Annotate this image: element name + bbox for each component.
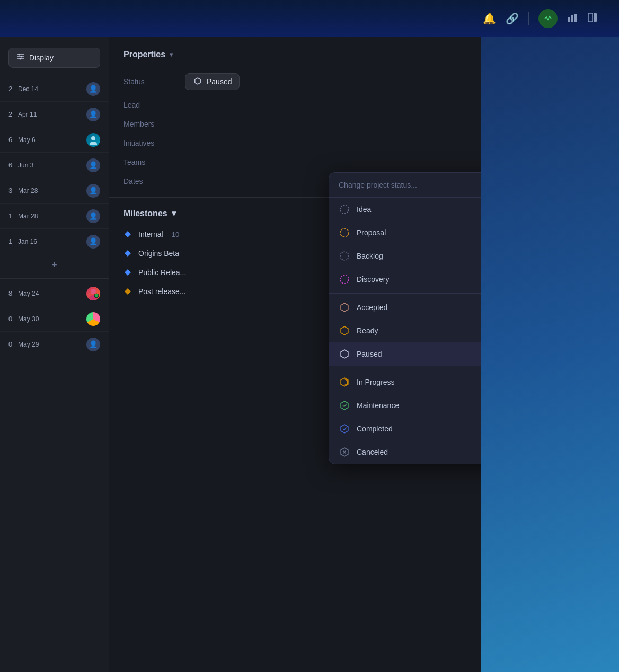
- svg-rect-4: [594, 13, 597, 22]
- status-option-label: Idea: [357, 205, 371, 214]
- chevron-down-icon[interactable]: ▾: [172, 208, 176, 218]
- status-row: Status Paused: [109, 68, 481, 95]
- avatar: 👤: [86, 235, 100, 249]
- milestones-title: Milestones: [123, 209, 167, 218]
- status-option-label: Accepted: [357, 303, 387, 312]
- display-label: Display: [29, 54, 54, 62]
- divider: [528, 12, 529, 25]
- status-option-canceled[interactable]: Canceled: [329, 440, 481, 464]
- canceled-icon: [339, 446, 350, 458]
- status-option-accepted[interactable]: Accepted 5: [329, 296, 481, 319]
- status-option-backlog[interactable]: Backlog 3: [329, 244, 481, 268]
- link-icon[interactable]: 🔗: [506, 12, 519, 25]
- diamond-icon: [123, 249, 132, 258]
- main-panel: Properties ▾ Status Paused Lead Members …: [109, 37, 481, 672]
- status-option-maintenance[interactable]: Maintenance 9: [329, 394, 481, 417]
- dropdown-search-input[interactable]: [339, 181, 481, 189]
- sidebar: Display 2 Dec 14 👤 2 Apr 11 👤 6: [0, 37, 109, 672]
- svg-point-16: [340, 205, 349, 214]
- discovery-icon: [339, 273, 350, 285]
- status-option-label: Maintenance: [357, 401, 399, 410]
- initiatives-row: Initiatives: [109, 134, 481, 153]
- svg-rect-3: [588, 13, 593, 22]
- avatar: 👤: [86, 158, 100, 172]
- properties-title: Properties: [123, 50, 165, 59]
- add-button[interactable]: +: [0, 254, 109, 276]
- svg-point-10: [20, 58, 21, 60]
- teams-row: Teams: [109, 153, 481, 172]
- status-option-paused[interactable]: Paused ✓ 7: [329, 342, 481, 366]
- sidebar-row[interactable]: 2 Dec 14 👤: [0, 76, 109, 102]
- paused-icon: [339, 348, 350, 360]
- status-option-ready[interactable]: Ready 6: [329, 319, 481, 342]
- members-row: Members: [109, 114, 481, 134]
- milestone-name: Internal: [138, 230, 163, 238]
- sidebar-row[interactable]: 1 Mar 28 👤: [0, 204, 109, 229]
- status-option-label: Discovery: [357, 275, 389, 284]
- status-option-completed[interactable]: Completed: [329, 417, 481, 440]
- maintenance-icon: [339, 400, 350, 411]
- status-option-discovery[interactable]: Discovery 4: [329, 268, 481, 291]
- lead-row: Lead: [109, 95, 481, 114]
- status-option-label: In Progress: [357, 378, 395, 386]
- status-dropdown: P then S Idea 1: [329, 172, 481, 464]
- divider: [329, 293, 481, 294]
- status-value: Paused: [207, 77, 232, 86]
- status-option-label: Ready: [357, 326, 378, 335]
- svg-rect-0: [568, 17, 570, 22]
- avatar: [86, 133, 100, 147]
- members-label: Members: [123, 120, 176, 128]
- initiatives-label: Initiatives: [123, 139, 176, 147]
- sidebar-row[interactable]: 6 May 6: [0, 127, 109, 153]
- sidebar-rows: 2 Dec 14 👤 2 Apr 11 👤 6 May 6: [0, 76, 109, 357]
- sidebar-row[interactable]: 3 Mar 28 👤: [0, 178, 109, 204]
- avatar: 👤: [86, 209, 100, 223]
- sidebar-row[interactable]: 0 May 29 👤: [0, 332, 109, 357]
- properties-header: Properties ▾: [109, 37, 481, 68]
- proposal-icon: [339, 227, 350, 238]
- status-label: Status: [123, 77, 176, 86]
- milestone-count: 10: [172, 231, 179, 238]
- status-badge[interactable]: Paused: [185, 73, 240, 90]
- status-option-inprogress[interactable]: In Progress 8: [329, 370, 481, 394]
- avatar: 👤: [86, 108, 100, 121]
- sidebar-row[interactable]: 6 Jun 3 👤: [0, 153, 109, 178]
- bell-icon[interactable]: 🔔: [483, 12, 496, 25]
- status-option-label: Completed: [357, 425, 393, 433]
- display-button[interactable]: Display: [8, 48, 100, 68]
- divider: [0, 278, 109, 279]
- avatar: [86, 312, 100, 326]
- diamond-icon: [123, 230, 132, 238]
- sidebar-row[interactable]: 2 Apr 11 👤: [0, 102, 109, 127]
- status-option-label: Canceled: [357, 448, 388, 456]
- right-panel: [481, 37, 619, 672]
- chart-icon[interactable]: [567, 12, 578, 25]
- status-option-proposal[interactable]: Proposal 2: [329, 221, 481, 244]
- chevron-down-icon[interactable]: ▾: [170, 51, 173, 58]
- teams-label: Teams: [123, 158, 176, 166]
- display-icon: [16, 52, 25, 63]
- sidebar-row[interactable]: 1 Jan 16 👤: [0, 229, 109, 254]
- svg-point-8: [19, 54, 20, 56]
- main-area: Display 2 Dec 14 👤 2 Apr 11 👤 6: [0, 37, 619, 672]
- accepted-icon: [339, 302, 350, 313]
- svg-point-13: [91, 289, 96, 294]
- svg-point-9: [21, 56, 22, 58]
- idea-icon: [339, 204, 350, 215]
- sidebar-row[interactable]: 8 May 24: [0, 281, 109, 306]
- svg-point-15: [94, 294, 99, 298]
- backlog-icon: [339, 250, 350, 262]
- sidebar-row[interactable]: 0 May 30: [0, 306, 109, 332]
- svg-point-18: [340, 252, 349, 260]
- lead-label: Lead: [123, 101, 176, 109]
- activity-button[interactable]: [538, 9, 558, 28]
- svg-point-17: [340, 228, 349, 237]
- avatar: 👤: [86, 184, 100, 198]
- status-option-idea[interactable]: Idea 1: [329, 198, 481, 221]
- diamond-icon: [123, 287, 132, 296]
- avatar: 👤: [86, 338, 100, 351]
- avatar: [86, 287, 100, 300]
- svg-point-12: [90, 142, 97, 145]
- status-option-label: Paused: [357, 350, 382, 358]
- layout-icon[interactable]: [587, 12, 598, 25]
